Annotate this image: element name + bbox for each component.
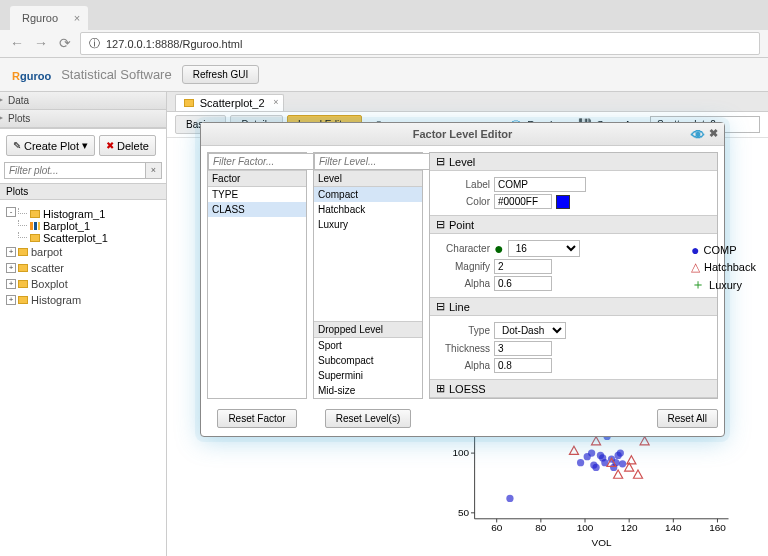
dropped-item[interactable]: Supermini (314, 368, 422, 383)
svg-text:100: 100 (453, 447, 470, 458)
triangle-icon: △ (691, 260, 700, 274)
level-item[interactable]: Luxury (314, 217, 422, 232)
histogram-icon (30, 210, 40, 218)
level-item[interactable]: Compact (314, 187, 422, 202)
svg-point-35 (617, 449, 624, 456)
svg-point-26 (592, 464, 599, 471)
close-icon[interactable]: ✖ (709, 127, 718, 143)
svg-point-24 (588, 449, 595, 456)
browser-tab-title: Rguroo (22, 12, 58, 24)
tree-item[interactable]: Boxplot (4, 276, 162, 292)
folder-icon (18, 264, 28, 272)
svg-text:120: 120 (621, 522, 638, 533)
svg-point-36 (619, 460, 626, 467)
dialog-title: Factor Level Editor (413, 128, 513, 140)
dropped-item[interactable]: Subcompact (314, 353, 422, 368)
character-select[interactable]: 16 (508, 240, 580, 257)
collapse-icon[interactable]: ⊟ (436, 218, 445, 231)
clear-filter-button[interactable]: × (146, 162, 162, 179)
level-header: Level (314, 171, 422, 187)
svg-text:140: 140 (665, 522, 682, 533)
reset-levels-button[interactable]: Reset Level(s) (325, 409, 411, 428)
tree-item[interactable]: Barplot_1 (4, 220, 162, 232)
tree-item[interactable]: barpot (4, 244, 162, 260)
factor-item[interactable]: CLASS (208, 202, 306, 217)
eye-icon[interactable]: 👁 (691, 127, 705, 143)
back-button[interactable]: ← (8, 35, 26, 53)
delete-icon: ✖ (106, 140, 114, 151)
svg-point-22 (577, 459, 584, 466)
browser-tab[interactable]: Rguroo × (10, 6, 88, 30)
data-panel-header[interactable]: Data (0, 92, 166, 110)
folder-icon (18, 280, 28, 288)
reload-button[interactable]: ⟳ (56, 35, 74, 53)
address-bar[interactable]: ⓘ 127.0.0.1:8888/Rguroo.html (80, 32, 760, 55)
barplot-icon (30, 222, 40, 230)
expand-icon[interactable]: ⊞ (436, 382, 445, 395)
color-input[interactable] (494, 194, 552, 209)
info-icon[interactable]: ⓘ (89, 36, 100, 51)
close-icon[interactable]: × (273, 97, 278, 107)
dropdown-icon: ▾ (82, 139, 88, 152)
delete-button[interactable]: ✖Delete (99, 135, 156, 156)
collapse-icon[interactable]: ⊟ (436, 155, 445, 168)
folder-icon (18, 296, 28, 304)
tree-item[interactable]: scatter (4, 260, 162, 276)
tree-item[interactable]: Histogram (4, 292, 162, 308)
chart-legend: ●COMP △Hatchback ＋Luxury (691, 240, 756, 296)
magnify-input[interactable] (494, 259, 552, 274)
sidebar: Data Plots ✎Create Plot ▾ ✖Delete × Plot… (0, 92, 167, 556)
color-swatch[interactable] (556, 195, 570, 209)
thickness-input[interactable] (494, 341, 552, 356)
factor-item[interactable]: TYPE (208, 187, 306, 202)
plot-tree: Histogram_1 Barplot_1 Scatterplot_1 barp… (0, 200, 166, 312)
svg-text:60: 60 (491, 522, 503, 533)
svg-text:80: 80 (535, 522, 547, 533)
factor-header: Factor (208, 171, 306, 187)
create-plot-button[interactable]: ✎Create Plot ▾ (6, 135, 95, 156)
close-icon[interactable]: × (74, 12, 80, 24)
dropped-header: Dropped Level (314, 322, 422, 338)
slogan: Statistical Software (61, 67, 172, 82)
alpha-input[interactable] (494, 276, 552, 291)
forward-button: → (32, 35, 50, 53)
scatterplot-icon (30, 234, 40, 242)
factor-level-editor-dialog: Factor Level Editor 👁 ✖ × Factor TYPE CL… (200, 122, 725, 437)
dropped-item[interactable]: Mid-size (314, 383, 422, 398)
folder-icon (18, 248, 28, 256)
pencil-icon: ✎ (13, 140, 21, 151)
tree-item[interactable]: Histogram_1 (4, 208, 162, 220)
plus-icon: ＋ (691, 276, 705, 294)
line-type-select[interactable]: Dot-Dash (494, 322, 566, 339)
reset-factor-button[interactable]: Reset Factor (217, 409, 296, 428)
refresh-gui-button[interactable]: Refresh GUI (182, 65, 260, 84)
filter-plot-input[interactable] (4, 162, 146, 179)
svg-text:VOL: VOL (592, 537, 612, 546)
tree-item[interactable]: Scatterplot_1 (4, 232, 162, 244)
circle-icon: ● (691, 242, 699, 258)
plots-panel-header[interactable]: Plots (0, 110, 166, 128)
content-tab[interactable]: Scatterplot_2 × (175, 94, 284, 111)
scatterplot-icon (184, 99, 194, 107)
label-input[interactable] (494, 177, 586, 192)
collapse-icon[interactable]: ⊟ (436, 300, 445, 313)
svg-point-21 (506, 495, 513, 502)
plots-subheader: Plots (0, 183, 166, 200)
svg-text:100: 100 (577, 522, 594, 533)
logo: Rguroo (12, 65, 51, 85)
marker-icon: ● (494, 244, 504, 254)
level-item[interactable]: Hatchback (314, 202, 422, 217)
dropped-item[interactable]: Sport (314, 338, 422, 353)
line-alpha-input[interactable] (494, 358, 552, 373)
svg-text:50: 50 (458, 507, 470, 518)
svg-text:160: 160 (709, 522, 726, 533)
url-text: 127.0.0.1:8888/Rguroo.html (106, 38, 242, 50)
reset-all-button[interactable]: Reset All (657, 409, 718, 428)
